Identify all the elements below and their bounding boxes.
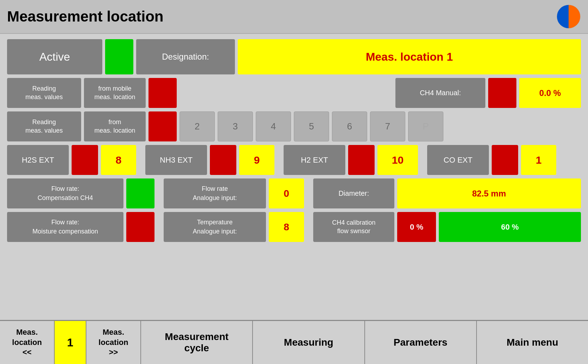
nh3-status xyxy=(210,145,236,175)
ch4-cal-red-value: 0 % xyxy=(397,212,436,242)
flow-moist-label: Flow rate: Moisture compensation xyxy=(7,212,123,242)
h2s-value: 8 xyxy=(101,145,136,175)
h2s-status xyxy=(72,145,98,175)
nh3-ext-label: NH3 EXT xyxy=(145,145,207,175)
row-gas-sensors: H2S EXT 8 NH3 EXT 9 H2 EXT 10 CO EXT 1 xyxy=(7,145,581,175)
nh3-value: 9 xyxy=(239,145,274,175)
flow-comp-status xyxy=(126,178,154,208)
row-flow-moisture: Flow rate: Moisture compensation Tempera… xyxy=(7,212,581,242)
from-location-label[interactable]: from meas. location xyxy=(84,111,146,141)
tab-2[interactable]: 2 xyxy=(180,111,215,141)
nav-meas-loc-next[interactable]: Meas. location >> xyxy=(86,321,141,364)
temp-analogue-label: Temperature Analogue input: xyxy=(164,212,266,242)
nav-measuring[interactable]: Measuring xyxy=(253,321,365,364)
ch4-manual-label: CH4 Manual: xyxy=(395,78,485,108)
diameter-label: Diameter: xyxy=(313,178,394,208)
h2-status xyxy=(348,145,375,175)
tab-7[interactable]: 7 xyxy=(370,111,405,141)
temp-analogue-value: 8 xyxy=(269,212,304,242)
page-title: Measurement location xyxy=(7,8,163,25)
reading-meas-values-2[interactable]: Reading meas. values xyxy=(7,111,81,141)
nav-parameters[interactable]: Parameters xyxy=(365,321,477,364)
flow-moist-status xyxy=(126,212,154,242)
tab-5[interactable]: 5 xyxy=(294,111,329,141)
tab-6[interactable]: 6 xyxy=(332,111,367,141)
reading-mobile-status xyxy=(148,78,177,108)
h2-value: 10 xyxy=(377,145,418,175)
h2-ext-label: H2 EXT xyxy=(284,145,345,175)
nav-measurement-cycle[interactable]: Measurement cycle xyxy=(141,321,253,364)
tab-3[interactable]: 3 xyxy=(218,111,253,141)
tab-4[interactable]: 4 xyxy=(256,111,291,141)
main-content: Active Designation: Meas. location 1 Rea… xyxy=(0,34,588,247)
row-reading-location: Reading meas. values from meas. location… xyxy=(7,111,581,141)
row-active-designation: Active Designation: Meas. location 1 xyxy=(7,39,581,74)
active-indicator xyxy=(105,39,133,74)
header: Measurement location xyxy=(0,0,588,34)
reading-location-status xyxy=(148,111,177,141)
co-value: 1 xyxy=(521,145,556,175)
designation-label: Designation: xyxy=(136,39,235,74)
row-reading-mobile: Reading meas. values from mobile meas. l… xyxy=(7,78,581,108)
flow-comp-label: Flow rate: Compensation CH4 xyxy=(7,178,123,208)
nav-main-menu[interactable]: Main menu xyxy=(477,321,588,364)
co-status xyxy=(492,145,518,175)
active-label: Active xyxy=(7,39,102,74)
ch4-cal-green-value: 60 % xyxy=(439,212,581,242)
co-ext-label: CO EXT xyxy=(427,145,489,175)
diameter-value[interactable]: 82.5 mm xyxy=(397,178,581,208)
tab-p[interactable]: P xyxy=(408,111,443,141)
from-mobile-label[interactable]: from mobile meas. location xyxy=(84,78,146,108)
nav-meas-loc-prev[interactable]: Meas. location << xyxy=(0,321,55,364)
row-flow-rate: Flow rate: Compensation CH4 Flow rate An… xyxy=(7,178,581,208)
location-name[interactable]: Meas. location 1 xyxy=(238,39,581,74)
nav-location-number[interactable]: 1 xyxy=(55,321,86,364)
ch4-cal-label: CH4 calibration flow swnsor xyxy=(313,212,394,242)
ch4-manual-value[interactable]: 0.0 % xyxy=(519,78,581,108)
flow-analogue-value: 0 xyxy=(269,178,304,208)
logo-icon xyxy=(556,4,581,29)
reading-meas-values-1[interactable]: Reading meas. values xyxy=(7,78,81,108)
flow-analogue-label: Flow rate Analogue input: xyxy=(164,178,266,208)
ch4-manual-status xyxy=(488,78,516,108)
bottom-navigation: Meas. location << 1 Meas. location >> Me… xyxy=(0,320,588,364)
h2s-ext-label: H2S EXT xyxy=(7,145,69,175)
